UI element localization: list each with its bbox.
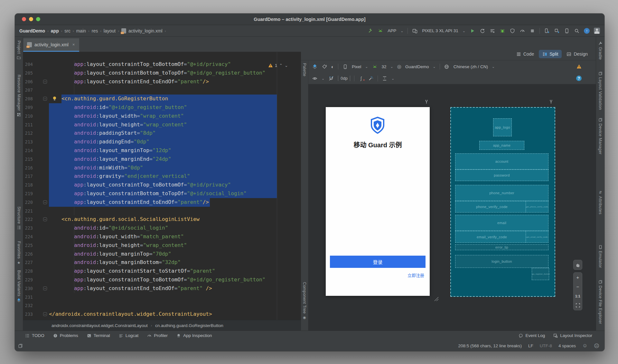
code-line[interactable]: 227 android:layout_marginBottom="32dp" (23, 258, 301, 267)
blueprint-component-password[interactable]: password (455, 169, 548, 181)
sidebar-item-device-file-explorer[interactable]: Device File Explorer (596, 280, 604, 324)
code-line[interactable]: 230− app:layout_constraintEnd_toEndOf="p… (23, 284, 301, 293)
code-line[interactable]: 209 android:id="@+id/go_register_button" (23, 103, 301, 112)
tool-button-layout-inspector[interactable]: Layout Inspector (553, 333, 592, 338)
blueprint-component-phone_verify_code[interactable]: phone_verify_code (455, 201, 529, 213)
view-options-eye-icon[interactable] (312, 76, 318, 81)
infer-constraints-wand-icon[interactable] (368, 76, 374, 81)
component-tree-tab[interactable]: Component Tree ◉ (301, 282, 308, 320)
design-preview-surface[interactable]: 移动 Guard 示例 登录 立即注册 (326, 107, 430, 296)
breadcrumb-layout[interactable]: layout (104, 28, 116, 33)
breadcrumb-src[interactable]: src (64, 28, 70, 33)
blueprint-surface[interactable]: app_logoapp_nameaccountpasswordphone_num… (450, 107, 555, 297)
chevron-down-icon[interactable]: ⌄ (463, 30, 465, 32)
apply-code-changes-icon[interactable] (490, 28, 495, 34)
code-line[interactable]: 205 app:layout_constraintBottom_toTopOf=… (23, 69, 301, 77)
sad-feedback-icon[interactable]: ☹ (594, 343, 599, 349)
sidebar-item-project[interactable]: Project (15, 41, 23, 60)
code-line[interactable]: 218 app:layout_constraintTop_toBottomOf=… (23, 181, 301, 189)
zoom-to-fit-button[interactable] (574, 301, 582, 310)
tab-split-mode[interactable]: Split (539, 50, 562, 58)
palette-tab[interactable]: Palette (301, 63, 308, 77)
sdk-manager-icon[interactable] (564, 28, 570, 34)
tab-design-mode[interactable]: Design (563, 50, 591, 58)
blueprint-component-email[interactable]: email (455, 215, 548, 231)
code-line[interactable]: 226 android:layout_marginTop="70dp" (23, 250, 301, 259)
pan-hand-button[interactable] (574, 260, 582, 269)
code-line[interactable]: 219 app:layout_constraintBottom_toTopOf=… (23, 189, 301, 198)
fold-icon[interactable]: − (43, 312, 47, 316)
blueprint-component-error_tip[interactable]: error_tip (455, 244, 548, 250)
profiler-icon[interactable] (520, 28, 525, 34)
search-everywhere-icon[interactable] (574, 28, 580, 34)
code-line[interactable]: 213 android:paddingEnd="0dp" (23, 138, 301, 146)
code-line[interactable]: 222− <cn.authing.guard.social.SocialLogi… (23, 215, 301, 224)
zoom-actual-size-button[interactable]: 1:1 (574, 291, 582, 301)
breadcrumb-goregisterbutton[interactable]: cn.authing.guard.GoRegisterButton (155, 323, 223, 328)
toggle-tool-windows-icon[interactable] (18, 343, 23, 348)
pack-align-icon[interactable] (382, 76, 388, 81)
blueprint-component-email_verify_code[interactable]: email_verify_code (455, 231, 529, 243)
device-selector[interactable]: PIXEL 3 XL API 31 (422, 28, 458, 33)
happy-feedback-icon[interactable]: ☺ (582, 343, 587, 349)
blueprint-component-phone_number[interactable]: phone_number (455, 185, 548, 201)
code-line[interactable]: 214 android:layout_marginTop="12dp" (23, 146, 301, 155)
code-line[interactable]: 225 android:layout_height="wrap_content" (23, 241, 301, 250)
tool-button-logcat[interactable]: Logcat (119, 333, 139, 338)
attributes-tab[interactable]: ⇵ Attributes (596, 190, 604, 214)
blueprint-component-app_name[interactable]: app_name (479, 141, 524, 150)
code-line[interactable]: 210 android:layout_width="wrap_content" (23, 112, 301, 121)
code-line[interactable]: 211 android:layout_height="wrap_content" (23, 121, 301, 129)
debug-button[interactable] (500, 28, 505, 34)
inspection-widget[interactable]: 1 ⌃ ⌄ (268, 63, 288, 68)
view-mode-icon[interactable] (312, 64, 318, 69)
tab-activity-login-xml[interactable]: activity_login.xml × (23, 38, 79, 52)
breadcrumb-constraintlayout[interactable]: androidx.constraintlayout.widget.Constra… (52, 323, 148, 328)
code-line[interactable]: 223 android:id="@+id/social_login" (23, 224, 301, 232)
breadcrumb-module[interactable]: app (51, 28, 59, 33)
code-line[interactable]: 208− <cn.authing.guard.GoRegisterButton (23, 95, 301, 103)
code-line[interactable]: 217 android:gravity="end|center_vertical… (23, 172, 301, 181)
stop-button[interactable] (529, 28, 535, 34)
avatar[interactable] (594, 28, 600, 34)
device-for-preview-selector[interactable]: Pixel (352, 64, 361, 69)
tool-button-terminal[interactable]: Terminal (87, 333, 110, 338)
sidebar-item-device-manager[interactable]: Device Manager (596, 118, 604, 155)
run-button[interactable] (470, 28, 475, 34)
code-line[interactable]: 228 app:layout_constraintStart_toStartOf… (23, 267, 301, 276)
blueprint-component-app_logo[interactable]: app_logo (493, 118, 512, 136)
sidebar-item-favorites[interactable]: Favorites ★ (15, 241, 23, 265)
preview-resize-handle[interactable] (433, 296, 439, 302)
tool-button-app-inspection[interactable]: App Inspection (176, 333, 212, 338)
apply-changes-icon[interactable] (480, 28, 485, 34)
night-mode-icon[interactable]: ◐ (331, 64, 334, 69)
preview-register-link[interactable]: 立即注册 (407, 272, 424, 278)
line-ending[interactable]: LF (528, 343, 533, 348)
breadcrumb-res[interactable]: res (92, 28, 98, 33)
sidebar-item-structure[interactable]: Structure (15, 206, 23, 230)
fold-icon[interactable]: − (43, 217, 47, 221)
render-warning-icon[interactable] (576, 64, 582, 69)
orientation-icon[interactable] (322, 64, 327, 69)
clear-constraints-icon[interactable]: ʃ× (358, 76, 364, 81)
code-editor[interactable]: 204 app:layout_constraintTop_toBottomOf=… (23, 52, 301, 320)
preview-login-button[interactable]: 登录 (330, 256, 426, 268)
next-issue-icon[interactable]: ⌄ (285, 63, 288, 68)
fold-icon[interactable]: − (43, 200, 47, 204)
update-available-icon[interactable]: ↑ (584, 28, 590, 34)
code-line[interactable]: 215 android:layout_marginEnd="24dp" (23, 155, 301, 164)
breadcrumb-file[interactable]: activity_login.xml (128, 28, 163, 33)
device-mirror-icon[interactable] (554, 28, 560, 34)
fold-icon[interactable]: − (43, 287, 47, 290)
sidebar-item-emulator[interactable]: Emulator (596, 245, 604, 268)
tab-code-mode[interactable]: Code (513, 50, 538, 58)
code-line[interactable]: 229 app:layout_constraintTop_toBottomOf=… (23, 276, 301, 284)
zoom-in-button[interactable]: + (574, 273, 582, 282)
caret-position[interactable]: 208:5 (568 chars, 12 line breaks) (458, 343, 522, 348)
breadcrumb-main[interactable]: main (76, 28, 86, 33)
blueprint-component-login_button[interactable]: login_button (455, 255, 548, 268)
tool-button-problems[interactable]: Problems (53, 333, 78, 338)
api-version-selector[interactable]: 32 (382, 64, 387, 69)
guard-shield-logo[interactable] (370, 117, 385, 134)
render-settings-wrench-icon[interactable] (424, 99, 429, 104)
